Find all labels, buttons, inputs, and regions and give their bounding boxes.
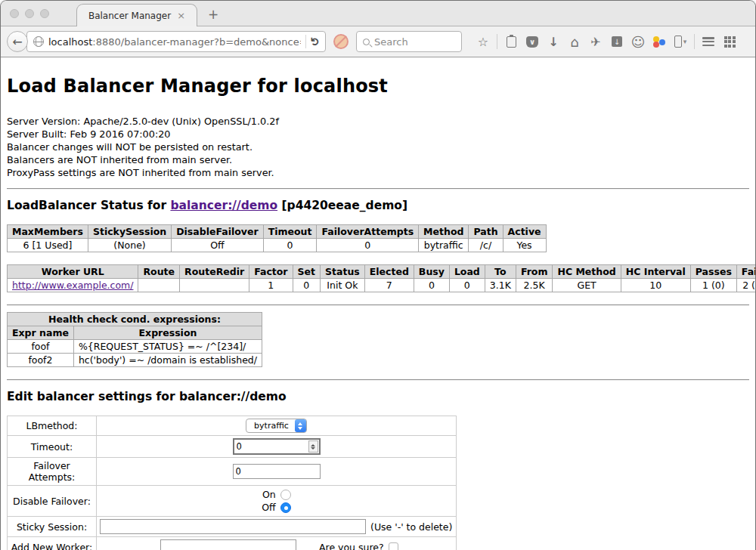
pocket-icon[interactable]: ∨ <box>522 31 543 52</box>
page-content: Load Balancer Manager for localhost Serv… <box>1 57 755 550</box>
lbmethod-label: LBmethod: <box>8 416 97 436</box>
sticky-session-label: Sticky Session: <box>8 517 97 537</box>
zoom-window-button[interactable] <box>40 9 49 18</box>
section-divider <box>7 379 749 381</box>
section-divider <box>7 188 749 190</box>
select-arrows-icon <box>295 419 306 432</box>
panel-download-icon[interactable]: ↓ <box>606 31 627 52</box>
sticky-session-hint: (Use '-' to delete) <box>370 521 452 533</box>
search-placeholder: Search <box>374 36 408 48</box>
send-tab-icon[interactable]: ✈ <box>585 31 606 52</box>
add-worker-label: Add New Worker: <box>8 537 97 550</box>
table-header-row: MaxMembers StickySession DisableFailover… <box>8 225 547 239</box>
toolbar-divider <box>694 34 695 49</box>
number-stepper-icon[interactable] <box>308 440 318 453</box>
worker-table: Worker URL Route RouteRedir Factor Set S… <box>7 264 755 292</box>
browser-window: Balancer Manager × + ← localhost:8880/ba… <box>0 0 756 550</box>
server-built: Server Built: Feb 9 2016 07:00:20 <box>7 128 749 141</box>
url-host: localhost <box>48 36 92 48</box>
table-header-row: Expr name Expression <box>8 326 262 340</box>
balancer-summary-table: MaxMembers StickySession DisableFailover… <box>7 224 547 252</box>
failover-attempts-label: Failover Attempts: <box>8 458 97 486</box>
worker-row: http://www.example.com/ 1 0 Init Ok 7 0 … <box>8 279 756 292</box>
table-title-row: Health check cond. expressions: <box>8 313 262 326</box>
are-you-sure-label: Are you sure? <box>319 542 384 550</box>
lbmethod-row: LBmethod: bytraffic <box>8 416 457 436</box>
hello-chat-icon[interactable]: ☺ <box>627 31 649 52</box>
failover-on-radio[interactable] <box>280 490 291 500</box>
failover-attempts-row: Failover Attempts: <box>8 458 457 486</box>
inherit-note: Balancers are NOT inherited from main se… <box>7 153 749 166</box>
url-text[interactable]: localhost:8880/balancer-manager?b=demo&n… <box>48 36 301 48</box>
timeout-input[interactable] <box>234 440 308 453</box>
edit-settings-heading: Edit balancer settings for balancer://de… <box>7 390 749 403</box>
url-path: :8880/balancer-manager?b=demo&nonce=decc… <box>92 36 301 48</box>
off-label: Off <box>262 501 275 514</box>
home-icon[interactable]: ⌂ <box>564 31 585 52</box>
disable-failover-label: Disable Failover: <box>8 486 97 517</box>
url-bar[interactable]: localhost:8880/balancer-manager?b=demo&n… <box>26 31 326 52</box>
table-row: 6 [1 Used] (None) Off 0 0 bytraffic /c/ … <box>8 239 547 252</box>
reload-icon[interactable]: ↻ <box>309 37 323 47</box>
balancer-demo-link[interactable]: balancer://demo <box>170 199 277 212</box>
balancer-settings-form: LBmethod: bytraffic Timeout: <box>7 416 457 550</box>
device-sync-icon[interactable]: ▾ <box>670 31 691 52</box>
close-window-button[interactable] <box>10 9 19 18</box>
tab-bar: Balancer Manager × + <box>1 1 755 26</box>
urlbar-divider <box>305 35 306 48</box>
tab-title: Balancer Manager <box>88 11 171 21</box>
expr-row: foof2 hc('body') =~ /domain is establish… <box>8 354 262 367</box>
failover-attempts-input[interactable] <box>233 464 321 479</box>
search-icon <box>363 39 370 45</box>
tab-balancer-manager[interactable]: Balancer Manager × <box>76 4 197 26</box>
globe-icon <box>33 36 44 47</box>
failover-off-radio[interactable] <box>280 502 291 513</box>
bookmark-star-icon[interactable]: ☆ <box>472 31 494 52</box>
dropdown-caret-icon: ▾ <box>683 38 687 45</box>
add-worker-input[interactable] <box>160 539 296 550</box>
sticky-session-row: Sticky Session: (Use '-' to delete) <box>8 517 457 537</box>
persist-note: Balancer changes will NOT be persisted o… <box>7 141 749 153</box>
proxypass-note: ProxyPass settings are NOT inherited fro… <box>7 166 749 179</box>
downloads-icon[interactable]: ↓ <box>543 31 564 52</box>
page-title: Load Balancer Manager for localhost <box>7 76 749 97</box>
clipboard-icon <box>507 36 516 48</box>
tab-groups-icon[interactable] <box>719 31 740 52</box>
expr-row: foof %{REQUEST_STATUS} =~ /^[234]/ <box>8 340 262 354</box>
tab-close-icon[interactable]: × <box>177 11 185 20</box>
adblock-icon[interactable] <box>333 34 349 49</box>
health-check-table: Health check cond. expressions: Expr nam… <box>7 312 262 367</box>
balancer-status-heading: LoadBalancer Status for balancer://demo … <box>7 199 749 212</box>
new-tab-button[interactable]: + <box>208 7 218 22</box>
table-header-row: Worker URL Route RouteRedir Factor Set S… <box>8 265 756 279</box>
on-label: On <box>262 488 276 501</box>
section-divider <box>7 304 749 306</box>
add-worker-row: Add New Worker: Are you sure? <box>8 537 457 550</box>
window-controls[interactable] <box>10 9 49 18</box>
navigation-toolbar: ← localhost:8880/balancer-manager?b=demo… <box>1 26 755 57</box>
worker-url-link[interactable]: http://www.example.com/ <box>12 280 133 291</box>
toolbar-buttons: ☆ ∨ ↓ ⌂ ✈ ↓ ☺ ▾ <box>472 31 740 52</box>
timeout-row: Timeout: <box>8 436 457 458</box>
disable-failover-row: Disable Failover: On Off <box>8 486 457 517</box>
lbmethod-select[interactable]: bytraffic <box>246 419 307 433</box>
toolbar-divider <box>497 34 497 49</box>
minimize-window-button[interactable] <box>25 9 34 18</box>
sticky-session-input[interactable] <box>100 519 366 534</box>
timeout-label: Timeout: <box>8 436 97 458</box>
are-you-sure-checkbox[interactable] <box>389 542 398 550</box>
menu-icon[interactable] <box>698 31 719 52</box>
back-button[interactable]: ← <box>7 31 28 52</box>
timeout-input-wrap <box>233 438 321 455</box>
colors-extension-icon[interactable] <box>649 31 670 52</box>
search-bar[interactable]: Search <box>356 31 462 52</box>
server-version: Server Version: Apache/2.5.0-dev (Unix) … <box>7 115 749 128</box>
reading-list-icon[interactable] <box>500 31 522 52</box>
